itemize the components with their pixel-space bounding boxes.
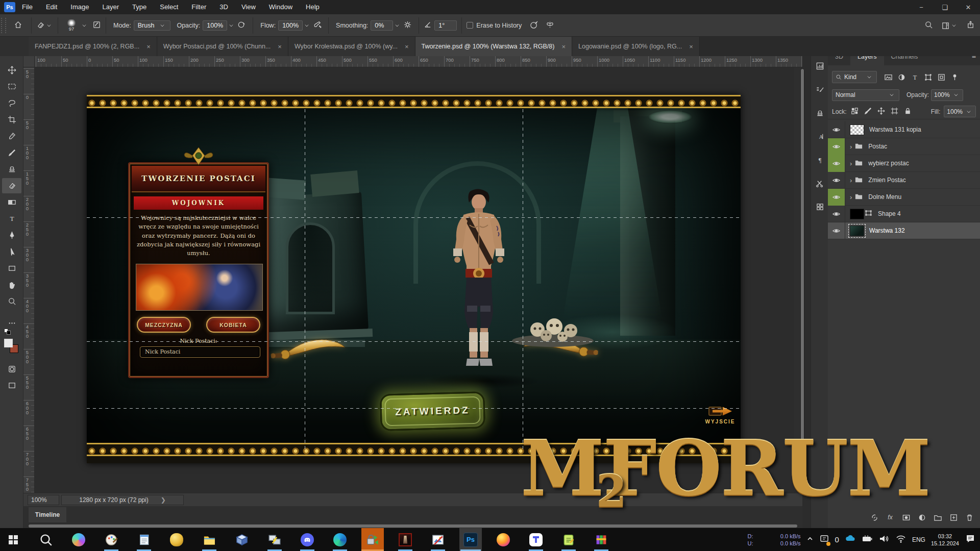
guide-vertical-2[interactable] <box>523 109 523 449</box>
taskbar-file-explorer[interactable] <box>198 528 220 551</box>
adjustment-layer-icon[interactable] <box>916 512 927 523</box>
document-tab-1[interactable]: FANPEJDZ1.psd @ 100% (2, RGB...× <box>29 37 157 56</box>
layer-name[interactable]: Dolne Menu <box>868 193 901 201</box>
zoom-level-input[interactable]: 100% <box>28 495 59 505</box>
layer-visibility-toggle[interactable] <box>828 172 845 189</box>
screen-mode-icon[interactable] <box>2 378 21 393</box>
taskbar-notepad[interactable] <box>133 528 155 551</box>
crop-tool[interactable] <box>2 112 21 127</box>
taskbar-winrar[interactable] <box>590 528 612 551</box>
layer-visibility-toggle[interactable] <box>828 121 845 138</box>
path-selection-tool[interactable] <box>2 244 21 259</box>
workspace-switcher-icon[interactable] <box>941 21 958 30</box>
male-button[interactable]: MEZCZYZNA <box>137 317 191 333</box>
flow-input[interactable]: 100% <box>278 20 303 31</box>
taskbar-search[interactable] <box>35 528 57 551</box>
layer-row[interactable]: Shape 4 <box>828 206 980 222</box>
close-tab-icon[interactable]: × <box>278 43 282 51</box>
close-tab-icon[interactable]: × <box>689 43 693 51</box>
paint-symmetry-icon[interactable] <box>546 20 554 31</box>
rectangle-tool[interactable] <box>2 261 21 276</box>
taskbar-t-app[interactable] <box>525 528 547 551</box>
taskbar-photoshop[interactable]: Ps <box>459 528 482 551</box>
document-tab-2[interactable]: Wybor Postaci.psd @ 100% (Chunn...× <box>157 37 288 56</box>
taskbar-remote-desktop[interactable] <box>263 528 286 551</box>
blend-mode-select[interactable]: Normal <box>832 89 899 101</box>
guide-horizontal-3[interactable] <box>87 408 741 409</box>
brush-tool[interactable] <box>2 145 21 160</box>
status-chevron-icon[interactable]: ❯ <box>161 496 166 504</box>
menu-file[interactable]: File <box>15 0 39 14</box>
timeline-tab[interactable]: Timeline <box>29 507 66 522</box>
taskbar-start[interactable] <box>2 528 24 551</box>
new-group-icon[interactable] <box>932 512 943 523</box>
language-indicator[interactable]: ENG <box>912 536 925 543</box>
menu-3d[interactable]: 3D <box>213 0 235 14</box>
layer-fill-input[interactable]: 100% <box>944 106 976 117</box>
lock-artboard-icon[interactable] <box>890 107 899 117</box>
onedrive-cloud-icon[interactable] <box>845 533 856 546</box>
clone-stamp-tool[interactable] <box>2 161 21 177</box>
add-mask-icon[interactable] <box>900 512 912 523</box>
brush-preview[interactable]: 97 <box>63 19 80 32</box>
close-button[interactable]: ✕ <box>957 0 980 14</box>
layer-name[interactable]: Zmien Postac <box>868 177 905 184</box>
paragraph-panel-icon[interactable]: ¶ <box>814 154 825 165</box>
chevron-right-icon[interactable]: › <box>845 176 854 185</box>
taskbar-notepad-plus-plus[interactable] <box>557 528 580 551</box>
notification-center-icon[interactable] <box>965 533 976 546</box>
taskbar-edge[interactable] <box>329 528 351 551</box>
taskbar-metin2-game[interactable] <box>394 528 416 551</box>
taskbar-copilot[interactable] <box>67 528 90 551</box>
share-icon[interactable] <box>966 20 975 31</box>
delete-layer-icon[interactable] <box>964 512 975 523</box>
chevron-right-icon[interactable]: › <box>845 192 854 202</box>
chevron-down-icon[interactable] <box>395 23 400 28</box>
layer-style-icon[interactable]: fx <box>885 512 896 523</box>
hidden-icons-chevron[interactable] <box>806 535 814 544</box>
eraser-preset-icon[interactable] <box>36 20 45 31</box>
taskbar-winscp[interactable] <box>361 528 384 551</box>
menu-edit[interactable]: Edit <box>39 0 64 14</box>
opacity-input[interactable]: 100% <box>203 20 227 31</box>
pixel-filter-icon[interactable] <box>882 71 894 83</box>
default-colors-icon[interactable] <box>4 329 11 335</box>
move-tool[interactable] <box>2 62 21 78</box>
layer-opacity-input[interactable]: 100% <box>931 89 963 101</box>
mode-select[interactable]: Brush <box>134 20 171 31</box>
layer-row[interactable]: ›Postac <box>828 138 980 155</box>
pen-tool[interactable] <box>2 228 21 243</box>
eyedropper-tool[interactable] <box>2 129 21 144</box>
document-tab-3[interactable]: Wybor Krolestwa.psd @ 100% (wy...× <box>288 37 415 56</box>
layer-name[interactable]: Warstwa 131 kopia <box>869 126 921 133</box>
menu-layer[interactable]: Layer <box>96 0 126 14</box>
vertical-scrollbar[interactable] <box>794 67 801 491</box>
clock-widget[interactable]: 03:32 15.12.2024 <box>931 533 959 547</box>
taskbar-golden-app[interactable] <box>165 528 188 551</box>
type-filter-icon[interactable]: T <box>909 71 921 83</box>
character-panel-icon[interactable]: A <box>814 131 825 142</box>
scissors-panel-icon[interactable] <box>814 178 825 189</box>
clone-source-panel-icon[interactable] <box>814 107 825 118</box>
airbrush-icon[interactable] <box>313 20 322 31</box>
link-layers-icon[interactable] <box>869 512 880 523</box>
close-tab-icon[interactable]: × <box>561 43 566 51</box>
horizontal-ruler[interactable]: 1005005010015020025030035040045050055060… <box>35 56 802 67</box>
layer-name[interactable]: Shape 4 <box>878 210 901 217</box>
smoothing-input[interactable]: 0% <box>371 20 393 31</box>
layer-row[interactable]: Warstwa 131 kopia <box>828 121 980 138</box>
zoom-tool[interactable] <box>2 294 21 309</box>
confirm-button[interactable]: ZATWIERDZ <box>380 391 485 431</box>
taskbar-paint[interactable] <box>100 528 122 551</box>
taskbar-firefox[interactable] <box>492 528 514 551</box>
lasso-tool[interactable] <box>2 95 21 111</box>
volume-icon[interactable] <box>878 533 890 546</box>
guide-horizontal-2[interactable] <box>87 341 741 342</box>
taskbar-image-viewer[interactable] <box>427 528 449 551</box>
type-tool[interactable]: T <box>2 211 21 227</box>
new-layer-icon[interactable] <box>948 512 959 523</box>
layer-row[interactable]: ›Dolne Menu <box>828 189 980 206</box>
layer-name[interactable]: wybierz postac <box>868 160 909 167</box>
layer-name[interactable]: Warstwa 132 <box>869 227 905 234</box>
adjustment-filter-icon[interactable] <box>895 71 908 83</box>
